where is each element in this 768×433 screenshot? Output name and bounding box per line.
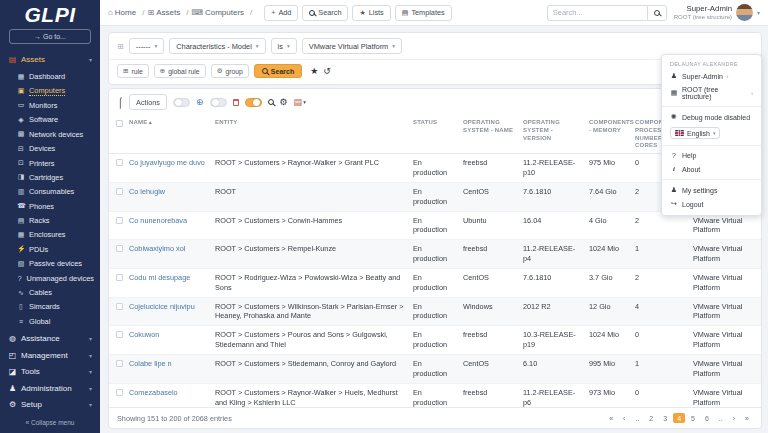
- computer-name-link[interactable]: Comezabaselo: [129, 388, 178, 397]
- search-button[interactable]: Search: [254, 64, 302, 78]
- criteria-operator-select[interactable]: is▾: [271, 38, 297, 54]
- page-button[interactable]: 6: [701, 413, 713, 423]
- sidebar-item[interactable]: ≡ Global: [0, 314, 100, 328]
- page-button[interactable]: ..: [715, 413, 727, 423]
- row-checkbox[interactable]: [116, 389, 123, 396]
- page-button[interactable]: ..: [631, 413, 643, 423]
- sidebar-item[interactable]: ☎ Phones: [0, 199, 100, 213]
- sidebar-item[interactable]: ? Unmanaged devices: [0, 271, 100, 285]
- sidebar-item[interactable]: ▭ Monitors: [0, 98, 100, 112]
- criteria-field-select[interactable]: Characteristics - Model▾: [169, 38, 265, 54]
- select-all-checkbox[interactable]: [116, 120, 123, 127]
- sidebar-item[interactable]: ▦ Enclosures: [0, 228, 100, 242]
- sidebar-item[interactable]: ▣ Computers: [0, 84, 100, 98]
- sidebar-item[interactable]: ▥ Consumables: [0, 185, 100, 199]
- menu-item-language[interactable]: English ▾: [662, 124, 761, 142]
- computer-name-link[interactable]: Codu mi desupage: [129, 273, 190, 282]
- page-button[interactable]: »: [741, 413, 753, 423]
- sidebar-section-assets[interactable]: ▤ Assets ▾: [0, 51, 100, 68]
- global-search-button[interactable]: [647, 5, 667, 21]
- sidebar-item[interactable]: ▤ Racks: [0, 213, 100, 227]
- menu-item-debug[interactable]: ✺ Debug mode disabled: [662, 110, 761, 124]
- add-global-rule-button[interactable]: ⊕global rule: [154, 64, 206, 78]
- sidebar-item[interactable]: ▦ Dashboard: [0, 69, 100, 83]
- computer-name-link[interactable]: Co nunenorebava: [129, 216, 187, 225]
- entity-cell: ROOT > Customers > Wilkinson-Stark > Par…: [211, 297, 409, 326]
- actions-button[interactable]: Actions: [129, 94, 167, 110]
- page-button[interactable]: «: [605, 413, 617, 423]
- search-filter-toggle[interactable]: [245, 98, 262, 107]
- row-checkbox[interactable]: [116, 274, 123, 281]
- breadcrumb-item[interactable]: ⊞ Assets: [147, 8, 188, 17]
- sidebar-item[interactable]: ⚡ PDUs: [0, 242, 100, 256]
- add-rule-button[interactable]: ⊞rule: [117, 64, 149, 78]
- add-group-button[interactable]: ⚙group: [211, 64, 249, 78]
- computer-name-link[interactable]: Cokuwon: [129, 330, 159, 339]
- massive-action-icon[interactable]: ⌠: [117, 97, 123, 108]
- page-button[interactable]: ›: [729, 413, 739, 423]
- deleted-items-toggle[interactable]: [210, 98, 227, 107]
- collapse-menu-button[interactable]: « Collapse menu: [0, 413, 100, 433]
- row-checkbox[interactable]: [116, 188, 123, 195]
- page-button[interactable]: 5: [687, 413, 699, 423]
- page-button[interactable]: 2: [645, 413, 657, 423]
- wrench-icon[interactable]: ⚙: [280, 97, 288, 107]
- menu-item-entity[interactable]: ▦ ROOT (tree structure) ›: [662, 83, 761, 103]
- computer-name-link[interactable]: Co juyaviyugo me duvo: [129, 158, 205, 167]
- menu-item-logout[interactable]: ↪ Logout: [662, 197, 761, 211]
- breadcrumb-item[interactable]: ⌂ Home: [108, 8, 144, 17]
- column-header[interactable]: ENTITY: [211, 115, 409, 154]
- breadcrumb-item[interactable]: ⌨ Computers: [191, 8, 252, 17]
- sidebar-item[interactable]: ◈ Software: [0, 113, 100, 127]
- column-header[interactable]: OPERATING SYSTEM - NAME: [459, 115, 519, 154]
- criteria-logic-select[interactable]: ------▾: [129, 38, 165, 54]
- sidebar-item[interactable]: ▯ Simcards: [0, 300, 100, 314]
- reset-search-icon[interactable]: ↺: [323, 66, 331, 76]
- sidebar-item[interactable]: ◨ Cartridges: [0, 170, 100, 184]
- menu-item-about[interactable]: i About: [662, 162, 761, 176]
- menu-item-profile[interactable]: ♟ Super-Admin ›: [662, 69, 761, 83]
- sidebar-item[interactable]: ▧ Passive devices: [0, 257, 100, 271]
- sidebar-section[interactable]: ◰ Management ▾: [0, 347, 100, 364]
- bookmark-star-icon[interactable]: ★: [310, 66, 318, 76]
- page-button[interactable]: ‹: [619, 413, 629, 423]
- row-checkbox[interactable]: [116, 245, 123, 252]
- page-button[interactable]: 4: [673, 413, 685, 423]
- row-checkbox[interactable]: [116, 360, 123, 367]
- menu-item-my-settings[interactable]: ♟ My settings: [662, 183, 761, 197]
- row-checkbox[interactable]: [116, 331, 123, 338]
- page-action-button[interactable]: ★ Lists: [352, 5, 390, 21]
- sidebar-item[interactable]: ∿ Cables: [0, 285, 100, 299]
- assistance-icon: ◍: [8, 334, 17, 343]
- sidebar-item[interactable]: ⊟ Devices: [0, 141, 100, 155]
- goto-button[interactable]: → Go to...: [9, 29, 91, 44]
- language-select[interactable]: English ▾: [670, 127, 720, 139]
- sidebar-section[interactable]: ◍ Assistance ▾: [0, 331, 100, 348]
- sidebar-section[interactable]: ♟ Administration ▾: [0, 380, 100, 397]
- sidebar-item[interactable]: ⊡ Printers: [0, 156, 100, 170]
- column-header[interactable]: COMPONENTS - MEMORY: [585, 115, 631, 154]
- column-header[interactable]: NAME ▴: [125, 115, 211, 154]
- column-header[interactable]: OPERATING SYSTEM - VERSION: [519, 115, 585, 154]
- export-icon[interactable]: ▤▾: [294, 97, 306, 107]
- sidebar-section[interactable]: ⚙ Setup ▾: [0, 397, 100, 414]
- user-menu-trigger[interactable]: Super-Admin ROOT (tree structure) ▾: [674, 4, 760, 21]
- page-action-button[interactable]: Search: [302, 5, 348, 21]
- computer-name-link[interactable]: Co lehugiw: [129, 187, 165, 196]
- row-checkbox[interactable]: [116, 303, 123, 310]
- page-action-button[interactable]: + Add: [264, 5, 298, 21]
- computer-name-link[interactable]: Cojelucicice nijuvipu: [129, 302, 195, 311]
- row-checkbox[interactable]: [116, 159, 123, 166]
- page-action-button[interactable]: ▤ Templates: [395, 5, 452, 21]
- public-view-toggle[interactable]: [173, 98, 190, 107]
- criteria-value-select[interactable]: VMware Virtual Platform▾: [302, 38, 402, 54]
- column-header[interactable]: STATUS: [409, 115, 459, 154]
- computer-name-link[interactable]: Cobiwaxiyimo xol: [129, 244, 185, 253]
- row-checkbox[interactable]: [116, 217, 123, 224]
- computer-name-link[interactable]: Colabe lipe n: [129, 359, 172, 368]
- sidebar-section[interactable]: ◪ Tools ▾: [0, 364, 100, 381]
- global-search-input[interactable]: [547, 5, 647, 21]
- sidebar-item[interactable]: ▩ Network devices: [0, 127, 100, 141]
- page-button[interactable]: 3: [659, 413, 671, 423]
- menu-item-help[interactable]: ? Help: [662, 149, 761, 162]
